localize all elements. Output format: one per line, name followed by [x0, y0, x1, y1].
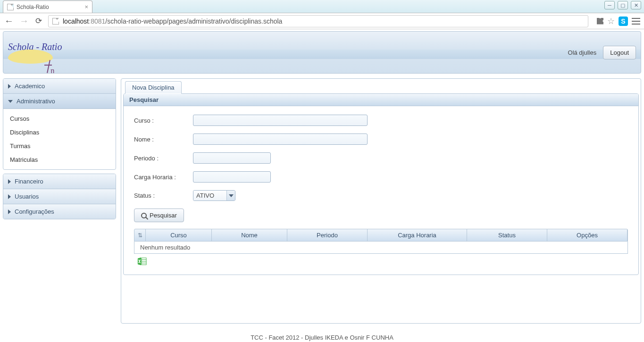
forward-button[interactable]: →	[19, 16, 29, 26]
maximize-button[interactable]: ▢	[618, 1, 628, 9]
search-icon	[141, 213, 147, 218]
address-bar[interactable]: localhost:8081/schola-ratio-webapp/pages…	[48, 15, 588, 27]
greeting-text: Olá djulles	[568, 49, 597, 56]
browser-tab[interactable]: Schola-Ratio ×	[3, 0, 92, 13]
select-status-value: ATIVO	[193, 191, 226, 200]
chevron-right-icon	[8, 179, 11, 184]
page-icon	[52, 18, 59, 25]
back-button[interactable]: ←	[4, 16, 14, 26]
page-icon	[7, 4, 14, 10]
tab-nova-disciplina[interactable]: Nova Disciplina	[125, 81, 182, 94]
label-nome: Nome :	[134, 136, 193, 143]
sidebar-group-administrativo-items: Cursos Disciplinas Turmas Matriculas	[3, 109, 116, 169]
bookmark-icon[interactable]: ☆	[607, 16, 615, 26]
url-port: :8081	[89, 17, 105, 25]
sidebar-item-disciplinas[interactable]: Disciplinas	[3, 125, 116, 139]
label-periodo: Periodo :	[134, 155, 193, 162]
main-content: Nova Disciplina Pesquisar Curso : Nome :…	[121, 78, 641, 324]
sidebar-group-usuarios[interactable]: Usuarios	[3, 189, 116, 204]
sidebar-item-matriculas[interactable]: Matriculas	[3, 153, 116, 167]
minimize-button[interactable]: ─	[604, 1, 615, 9]
close-tab-icon[interactable]: ×	[84, 3, 88, 10]
results-empty: Nenhum resultado	[134, 242, 628, 254]
pesquisar-button[interactable]: Pesquisar	[134, 209, 184, 222]
col-periodo[interactable]: Periodo	[287, 229, 368, 241]
search-panel: Pesquisar Curso : Nome : Periodo :	[123, 93, 639, 275]
logout-button[interactable]: Logout	[603, 46, 636, 59]
label-carga-horaria: Carga Horaria :	[134, 174, 193, 181]
window-controls: ─ ▢ ✕	[604, 1, 641, 9]
sidebar-group-administrativo[interactable]: Administrativo	[3, 94, 116, 109]
results-table-header: ⇅ Curso Nome Periodo Carga Horaria Statu…	[134, 229, 628, 242]
col-nome[interactable]: Nome	[212, 229, 287, 241]
close-window-button[interactable]: ✕	[631, 1, 641, 9]
chevron-right-icon	[8, 194, 11, 199]
input-nome[interactable]	[193, 133, 368, 145]
col-status[interactable]: Status	[467, 229, 547, 241]
col-curso[interactable]: Curso	[146, 229, 212, 241]
logo: Schola - Ratio ŋ	[8, 42, 62, 64]
sidebar-item-turmas[interactable]: Turmas	[3, 139, 116, 153]
sidebar-item-cursos[interactable]: Cursos	[3, 112, 116, 125]
select-status[interactable]: ATIVO	[193, 190, 235, 201]
input-carga-horaria[interactable]	[193, 171, 271, 183]
menu-icon[interactable]	[632, 18, 640, 25]
sidebar-group-academico[interactable]: Academico	[3, 79, 116, 94]
reload-button[interactable]: ⟳	[34, 16, 43, 26]
page-header: Schola - Ratio ŋ Olá djulles Logout	[3, 31, 641, 74]
chevron-down-icon	[8, 100, 13, 103]
skype-icon[interactable]: S	[619, 17, 628, 26]
chevron-down-icon	[226, 191, 235, 200]
url-host: localhost	[63, 17, 89, 25]
extensions-icon[interactable]	[597, 18, 603, 25]
label-status: Status :	[134, 192, 193, 199]
export-excel-icon[interactable]	[137, 257, 147, 266]
label-curso: Curso :	[134, 117, 193, 124]
sidebar: Academico Administrativo Cursos Discipli…	[3, 78, 116, 223]
sort-icon[interactable]: ⇅	[134, 229, 146, 241]
chevron-right-icon	[8, 209, 11, 214]
sidebar-group-configuracoes[interactable]: Configurações	[3, 204, 116, 219]
col-opcoes[interactable]: Opções	[547, 229, 627, 241]
browser-tab-bar: Schola-Ratio × ─ ▢ ✕	[0, 0, 644, 13]
url-path: /schola-ratio-webapp/pages/administrativ…	[105, 17, 282, 25]
chevron-right-icon	[8, 84, 11, 89]
input-curso[interactable]	[193, 115, 368, 126]
sidebar-group-financeiro[interactable]: Financeiro	[3, 174, 116, 189]
tab-title: Schola-Ratio	[17, 4, 49, 10]
search-panel-title: Pesquisar	[124, 94, 638, 106]
input-periodo[interactable]	[193, 152, 271, 164]
col-carga-horaria[interactable]: Carga Horaria	[368, 229, 467, 241]
browser-toolbar: ← → ⟳ localhost:8081/schola-ratio-webapp…	[0, 13, 644, 29]
